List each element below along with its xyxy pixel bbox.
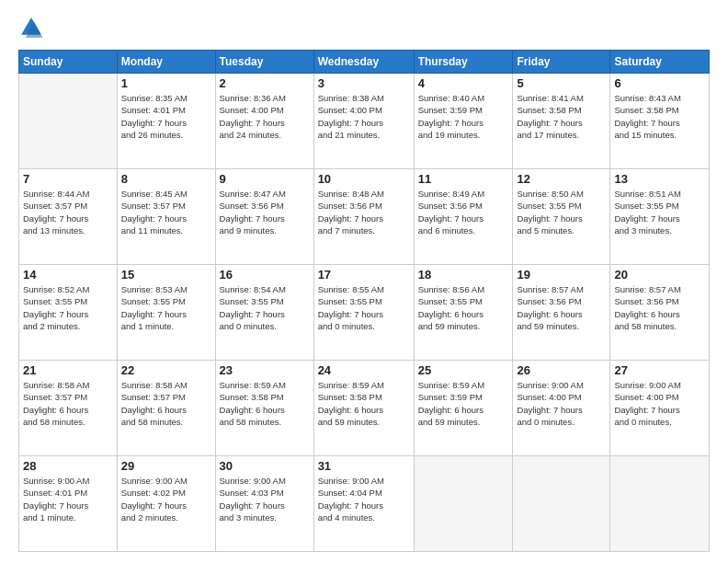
- day-cell: 8Sunrise: 8:45 AM Sunset: 3:57 PM Daylig…: [117, 169, 215, 265]
- day-number: 13: [614, 172, 705, 186]
- day-info: Sunrise: 8:48 AM Sunset: 3:56 PM Dayligh…: [318, 188, 410, 236]
- day-info: Sunrise: 8:40 AM Sunset: 3:59 PM Dayligh…: [418, 92, 509, 141]
- day-number: 14: [23, 268, 113, 282]
- day-info: Sunrise: 9:00 AM Sunset: 4:00 PM Dayligh…: [614, 379, 705, 428]
- day-cell: 19Sunrise: 8:57 AM Sunset: 3:56 PM Dayli…: [513, 265, 610, 361]
- day-cell: 21Sunrise: 8:58 AM Sunset: 3:57 PM Dayli…: [19, 361, 118, 456]
- day-cell: 23Sunrise: 8:59 AM Sunset: 3:58 PM Dayli…: [215, 361, 313, 456]
- week-row-2: 7Sunrise: 8:44 AM Sunset: 3:57 PM Daylig…: [19, 169, 710, 265]
- day-number: 29: [121, 459, 211, 473]
- day-info: Sunrise: 9:00 AM Sunset: 4:04 PM Dayligh…: [318, 475, 410, 523]
- day-info: Sunrise: 8:59 AM Sunset: 3:59 PM Dayligh…: [418, 379, 509, 428]
- day-info: Sunrise: 8:54 AM Sunset: 3:55 PM Dayligh…: [220, 283, 310, 332]
- day-info: Sunrise: 8:51 AM Sunset: 3:55 PM Dayligh…: [614, 188, 705, 236]
- day-cell: 14Sunrise: 8:52 AM Sunset: 3:55 PM Dayli…: [19, 265, 118, 361]
- day-cell: 28Sunrise: 9:00 AM Sunset: 4:01 PM Dayli…: [19, 456, 118, 552]
- day-cell: 12Sunrise: 8:50 AM Sunset: 3:55 PM Dayli…: [513, 169, 610, 265]
- day-cell: 26Sunrise: 9:00 AM Sunset: 4:00 PM Dayli…: [513, 361, 610, 456]
- day-number: 23: [220, 363, 310, 377]
- day-number: 21: [23, 363, 113, 377]
- day-info: Sunrise: 8:50 AM Sunset: 3:55 PM Dayligh…: [517, 188, 606, 236]
- day-number: 5: [517, 76, 606, 90]
- day-number: 1: [121, 76, 211, 90]
- day-number: 10: [318, 172, 410, 186]
- day-number: 27: [614, 363, 705, 377]
- day-number: 18: [418, 268, 509, 282]
- day-cell: 7Sunrise: 8:44 AM Sunset: 3:57 PM Daylig…: [19, 169, 118, 265]
- day-info: Sunrise: 9:00 AM Sunset: 4:01 PM Dayligh…: [23, 475, 113, 523]
- weekday-header-tuesday: Tuesday: [215, 51, 313, 74]
- week-row-3: 14Sunrise: 8:52 AM Sunset: 3:55 PM Dayli…: [19, 265, 710, 361]
- day-cell: [19, 74, 118, 169]
- day-number: 22: [121, 363, 211, 377]
- day-number: 31: [318, 459, 410, 473]
- day-number: 26: [517, 363, 606, 377]
- weekday-header-thursday: Thursday: [414, 51, 513, 74]
- day-cell: 3Sunrise: 8:38 AM Sunset: 4:00 PM Daylig…: [313, 74, 414, 169]
- day-info: Sunrise: 9:00 AM Sunset: 4:00 PM Dayligh…: [517, 379, 606, 428]
- day-cell: 13Sunrise: 8:51 AM Sunset: 3:55 PM Dayli…: [610, 169, 710, 265]
- day-info: Sunrise: 8:57 AM Sunset: 3:56 PM Dayligh…: [517, 283, 606, 332]
- day-cell: [610, 456, 710, 552]
- day-cell: 24Sunrise: 8:59 AM Sunset: 3:58 PM Dayli…: [313, 361, 414, 456]
- day-info: Sunrise: 8:59 AM Sunset: 3:58 PM Dayligh…: [220, 379, 310, 428]
- weekday-header-row: SundayMondayTuesdayWednesdayThursdayFrid…: [19, 51, 710, 74]
- day-cell: 27Sunrise: 9:00 AM Sunset: 4:00 PM Dayli…: [610, 361, 710, 456]
- day-number: 30: [220, 459, 310, 473]
- day-info: Sunrise: 8:58 AM Sunset: 3:57 PM Dayligh…: [121, 379, 211, 428]
- day-number: 16: [220, 268, 310, 282]
- page: SundayMondayTuesdayWednesdayThursdayFrid…: [0, 0, 728, 563]
- day-info: Sunrise: 8:56 AM Sunset: 3:55 PM Dayligh…: [418, 283, 509, 332]
- day-cell: 18Sunrise: 8:56 AM Sunset: 3:55 PM Dayli…: [414, 265, 513, 361]
- day-cell: 30Sunrise: 9:00 AM Sunset: 4:03 PM Dayli…: [215, 456, 313, 552]
- week-row-5: 28Sunrise: 9:00 AM Sunset: 4:01 PM Dayli…: [19, 456, 710, 552]
- day-number: 4: [418, 76, 509, 90]
- weekday-header-monday: Monday: [117, 51, 215, 74]
- day-number: 2: [220, 76, 310, 90]
- day-cell: 22Sunrise: 8:58 AM Sunset: 3:57 PM Dayli…: [117, 361, 215, 456]
- day-cell: 9Sunrise: 8:47 AM Sunset: 3:56 PM Daylig…: [215, 169, 313, 265]
- weekday-header-saturday: Saturday: [610, 51, 710, 74]
- day-cell: [414, 456, 513, 552]
- day-cell: 16Sunrise: 8:54 AM Sunset: 3:55 PM Dayli…: [215, 265, 313, 361]
- day-info: Sunrise: 8:38 AM Sunset: 4:00 PM Dayligh…: [318, 92, 410, 141]
- day-info: Sunrise: 8:57 AM Sunset: 3:56 PM Dayligh…: [614, 283, 705, 332]
- day-cell: 6Sunrise: 8:43 AM Sunset: 3:58 PM Daylig…: [610, 74, 710, 169]
- day-cell: 15Sunrise: 8:53 AM Sunset: 3:55 PM Dayli…: [117, 265, 215, 361]
- day-number: 11: [418, 172, 509, 186]
- day-number: 25: [418, 363, 509, 377]
- day-info: Sunrise: 8:55 AM Sunset: 3:55 PM Dayligh…: [318, 283, 410, 332]
- day-cell: 4Sunrise: 8:40 AM Sunset: 3:59 PM Daylig…: [414, 74, 513, 169]
- day-number: 8: [121, 172, 211, 186]
- day-cell: 25Sunrise: 8:59 AM Sunset: 3:59 PM Dayli…: [414, 361, 513, 456]
- week-row-1: 1Sunrise: 8:35 AM Sunset: 4:01 PM Daylig…: [19, 74, 710, 169]
- day-number: 24: [318, 363, 410, 377]
- day-info: Sunrise: 8:44 AM Sunset: 3:57 PM Dayligh…: [23, 188, 113, 236]
- day-number: 9: [220, 172, 310, 186]
- day-info: Sunrise: 8:35 AM Sunset: 4:01 PM Dayligh…: [121, 92, 211, 141]
- header: [18, 15, 710, 40]
- weekday-header-wednesday: Wednesday: [313, 51, 414, 74]
- day-number: 17: [318, 268, 410, 282]
- day-number: 12: [517, 172, 606, 186]
- weekday-header-friday: Friday: [513, 51, 610, 74]
- day-cell: 10Sunrise: 8:48 AM Sunset: 3:56 PM Dayli…: [313, 169, 414, 265]
- day-info: Sunrise: 9:00 AM Sunset: 4:02 PM Dayligh…: [121, 475, 211, 523]
- day-info: Sunrise: 8:49 AM Sunset: 3:56 PM Dayligh…: [418, 188, 509, 236]
- day-info: Sunrise: 8:36 AM Sunset: 4:00 PM Dayligh…: [220, 92, 310, 141]
- day-cell: 17Sunrise: 8:55 AM Sunset: 3:55 PM Dayli…: [313, 265, 414, 361]
- day-info: Sunrise: 9:00 AM Sunset: 4:03 PM Dayligh…: [220, 475, 310, 523]
- day-cell: 20Sunrise: 8:57 AM Sunset: 3:56 PM Dayli…: [610, 265, 710, 361]
- day-number: 6: [614, 76, 705, 90]
- logo: [18, 15, 48, 40]
- day-cell: 2Sunrise: 8:36 AM Sunset: 4:00 PM Daylig…: [215, 74, 313, 169]
- day-cell: 31Sunrise: 9:00 AM Sunset: 4:04 PM Dayli…: [313, 456, 414, 552]
- day-cell: 5Sunrise: 8:41 AM Sunset: 3:58 PM Daylig…: [513, 74, 610, 169]
- week-row-4: 21Sunrise: 8:58 AM Sunset: 3:57 PM Dayli…: [19, 361, 710, 456]
- day-cell: [513, 456, 610, 552]
- weekday-header-sunday: Sunday: [19, 51, 118, 74]
- day-number: 19: [517, 268, 606, 282]
- day-info: Sunrise: 8:41 AM Sunset: 3:58 PM Dayligh…: [517, 92, 606, 141]
- day-info: Sunrise: 8:47 AM Sunset: 3:56 PM Dayligh…: [220, 188, 310, 236]
- calendar: SundayMondayTuesdayWednesdayThursdayFrid…: [18, 50, 710, 552]
